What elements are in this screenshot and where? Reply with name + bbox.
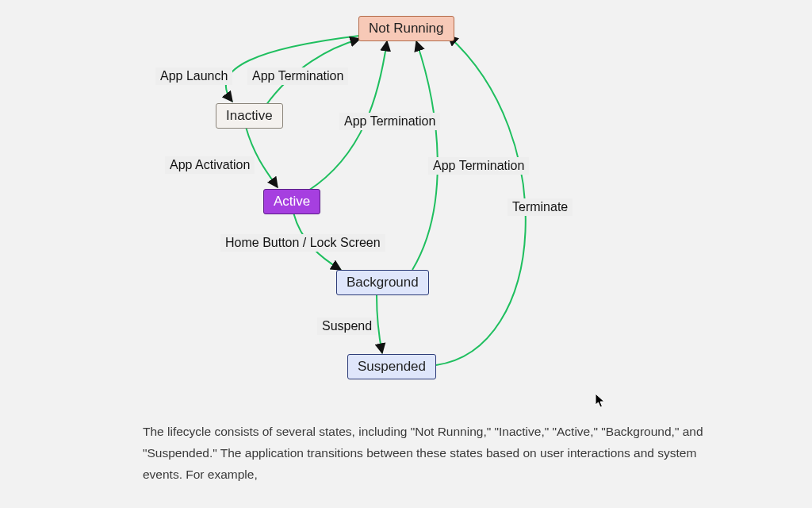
edge-label-suspend: Suspend [317, 318, 377, 335]
edge-label-app-termination-2: App Termination [339, 113, 440, 130]
edge-label-home-lock: Home Button / Lock Screen [220, 234, 385, 252]
edge-label-app-termination-3: App Termination [428, 157, 529, 175]
state-not-running: Not Running [358, 16, 454, 41]
cursor-icon [595, 393, 606, 409]
edge-label-terminate: Terminate [508, 198, 573, 216]
edge-label-app-launch: App Launch [155, 67, 232, 85]
edge-label-app-activation: App Activation [165, 156, 255, 174]
state-inactive: Inactive [216, 103, 283, 129]
edge-label-app-termination-1: App Termination [247, 67, 348, 85]
state-suspended: Suspended [347, 354, 436, 379]
state-active: Active [263, 189, 320, 214]
caption-text: The lifecycle consists of several states… [143, 421, 714, 485]
state-background: Background [336, 270, 429, 295]
